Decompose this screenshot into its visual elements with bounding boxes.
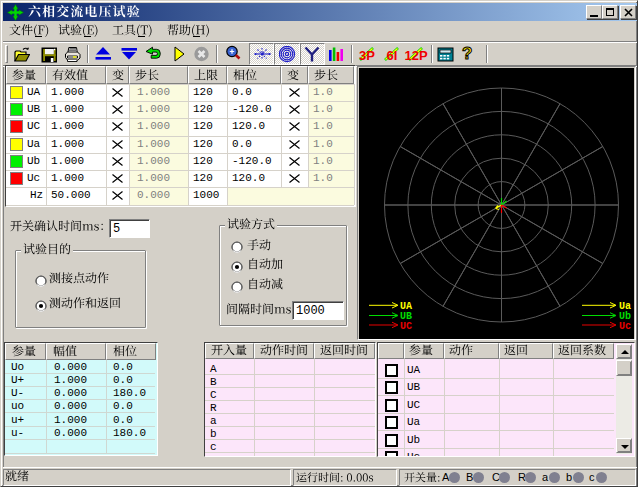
svg-text:UC: UC bbox=[400, 321, 412, 332]
svg-text:Uc: Uc bbox=[619, 321, 631, 332]
